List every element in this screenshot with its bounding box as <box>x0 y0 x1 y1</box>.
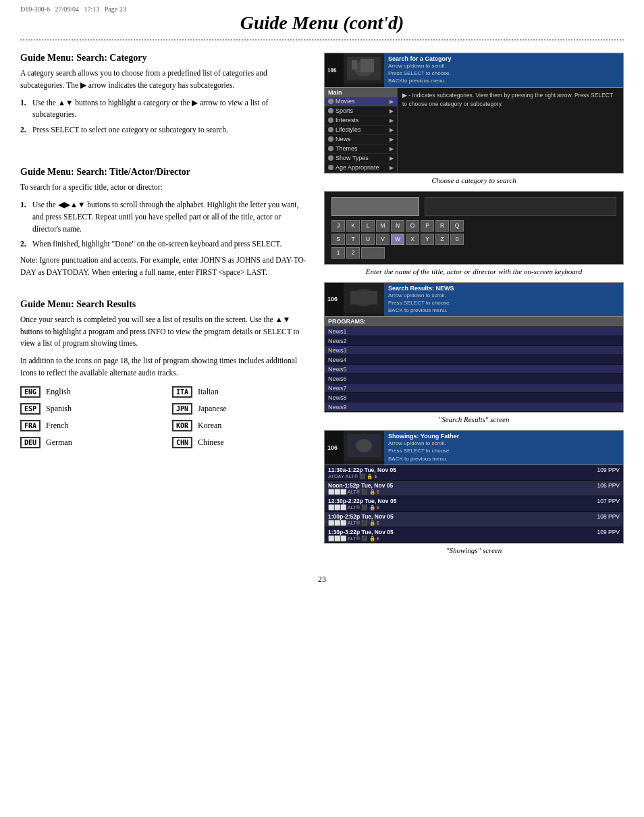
program-item[interactable]: News3 <box>325 346 623 355</box>
lang-label-ita: Italian <box>198 387 219 397</box>
lang-chinese: CHN Chinese <box>172 437 311 448</box>
category-steps: 1. Use the ▲▼ buttons to highlight a cat… <box>20 97 311 136</box>
cat-list-panel: Main Movies▶Sports▶Interests▶Lifestyles▶… <box>325 88 398 173</box>
showing-item[interactable]: 11:30a-1:22p Tue, Nov 05109 PPVATDAY ALT… <box>325 465 623 481</box>
cat-item[interactable]: Lifestyles▶ <box>325 126 397 135</box>
category-step-1: 1. Use the ▲▼ buttons to highlight a cat… <box>20 97 311 122</box>
kb-key[interactable]: Y <box>421 234 434 245</box>
results-caption: "Search Results" screen <box>324 415 624 423</box>
program-item[interactable]: News1 <box>325 327 623 336</box>
showing-item[interactable]: 1:00p-2:52p Tue, Nov 05108 PPV⬜⬜⬜ ALT® ⬛… <box>325 512 623 527</box>
category-screen-wrap: 106 Search for a Category <box>324 53 624 174</box>
kb-key-selected[interactable]: W <box>391 234 404 245</box>
lang-badge-kor: KOR <box>172 420 192 431</box>
showings-screen-thumb <box>344 431 384 460</box>
program-item[interactable]: News8 <box>325 393 623 402</box>
page-number: 23 <box>0 568 644 588</box>
lang-badge-eng: ENG <box>20 386 41 398</box>
section-title-actor: Guide Menu: Search: Title/Actor/Director… <box>20 167 311 279</box>
lang-label-chn: Chinese <box>198 438 224 448</box>
results-screen-ch: 106 <box>325 283 344 317</box>
keyboard-rows: J K L M N O P R Q S T <box>331 220 616 259</box>
lang-badge-chn: CHN <box>172 437 192 448</box>
kb-key[interactable]: V <box>376 234 390 245</box>
title-actor-steps: 1. Use the ◀▶▲▼ buttons to scroll throug… <box>20 199 311 251</box>
section-category: Guide Menu: Search: Category A category … <box>20 53 311 136</box>
kb-row-3: 1 2 <box>331 247 616 259</box>
cat-item[interactable]: Themes▶ <box>325 144 397 154</box>
showing-item[interactable]: 12:30p-2:22p Tue, Nov 05107 PPV⬜⬜⬜ ALT® … <box>325 496 623 512</box>
section-category-body: A category search allows you to choose f… <box>20 68 311 92</box>
category-step-2: 2. Press SELECT to select one category o… <box>20 124 311 136</box>
kb-key[interactable]: J <box>331 220 345 232</box>
kb-key[interactable]: Z <box>435 234 449 245</box>
results-screen-title-area: Search Results: NEWS Arrow up/down to sc… <box>384 283 623 317</box>
cat-list-header: Main <box>325 88 397 97</box>
lang-korean: KOR Korean <box>172 420 311 431</box>
kb-key[interactable]: 1 <box>331 247 345 259</box>
svg-rect-3 <box>352 60 357 70</box>
lang-english: ENG English <box>20 386 159 398</box>
kb-key[interactable]: U <box>361 234 375 245</box>
showings-screen-title: Showings: Young Father <box>388 433 619 440</box>
lang-badge-fra: FRA <box>20 420 41 431</box>
cat-item[interactable]: Sports▶ <box>325 107 397 116</box>
program-item[interactable]: News9 <box>325 402 623 412</box>
lang-french: FRA French <box>20 420 159 431</box>
showings-screen-title-area: Showings: Young Father Arrow up/down to … <box>384 431 623 465</box>
kb-key[interactable]: Q <box>450 220 464 232</box>
kb-key[interactable]: X <box>406 234 419 245</box>
program-item[interactable]: News2 <box>325 336 623 346</box>
results-screen-title: Search Results: NEWS <box>388 285 619 292</box>
lang-italian: ITA Italian <box>172 386 311 398</box>
keyboard-screen: J K L M N O P R Q S T <box>324 191 624 265</box>
kb-key[interactable]: O <box>406 220 419 232</box>
cat-items: Movies▶Sports▶Interests▶Lifestyles▶News▶… <box>325 97 397 173</box>
kb-key[interactable]: M <box>376 220 390 232</box>
program-item[interactable]: News6 <box>325 374 623 384</box>
cat-item[interactable]: Interests▶ <box>325 116 397 126</box>
lang-label-kor: Korean <box>198 421 221 431</box>
cat-screen-instructions: Arrow up/down to scroll. Press SELECT to… <box>388 62 619 85</box>
program-item[interactable]: News5 <box>325 365 623 374</box>
kb-space-key[interactable] <box>361 247 385 259</box>
section-results-body2: In addition to the icons on page 18, the… <box>20 355 311 379</box>
page-title: Guide Menu (cont'd) <box>20 12 624 34</box>
kb-key[interactable]: 2 <box>346 247 360 259</box>
kb-key[interactable]: K <box>346 220 360 232</box>
section-title-actor-title: Guide Menu: Search: Title/Actor/Director <box>20 167 311 178</box>
cat-item[interactable]: Age Appropriate▶ <box>325 163 397 173</box>
showings-screen-wrap: 106 Showings: Young Father Arrow up/down… <box>324 430 624 544</box>
cat-screen-thumb <box>344 53 384 83</box>
showings-screen-ch: 106 <box>325 431 344 465</box>
program-item[interactable]: News7 <box>325 384 623 393</box>
svg-rect-4 <box>360 59 374 72</box>
cat-item[interactable]: Movies▶ <box>325 97 397 107</box>
kb-key[interactable]: L <box>361 220 375 232</box>
kb-key[interactable]: 0 <box>450 234 464 245</box>
title-actor-step-1: 1. Use the ◀▶▲▼ buttons to scroll throug… <box>20 199 311 235</box>
showing-item[interactable]: 1:30p-3:22p Tue, Nov 05109 PPV⬜⬜⬜ ALT® ⬛… <box>325 527 623 543</box>
program-item[interactable]: News4 <box>325 355 623 365</box>
results-screen-thumb <box>344 283 384 313</box>
lang-badge-deu: DEU <box>20 437 41 448</box>
programs-header: PROGRAMS: <box>325 317 623 327</box>
kb-key[interactable]: S <box>331 234 345 245</box>
cat-item[interactable]: Show Types▶ <box>325 154 397 163</box>
kb-result-display <box>425 197 616 216</box>
kb-key[interactable]: N <box>391 220 404 232</box>
kb-key[interactable]: R <box>435 220 449 232</box>
svg-point-10 <box>356 439 372 452</box>
kb-key[interactable]: T <box>346 234 360 245</box>
showing-item[interactable]: Noon-1:52p Tue, Nov 05106 PPV⬜⬜⬜ ALT® ⬛ … <box>325 481 623 496</box>
kb-row-1: J K L M N O P R Q <box>331 220 616 232</box>
results-screen-wrap: 106 Search Results: NEWS Arrow up/down t… <box>324 282 624 413</box>
cat-item[interactable]: News▶ <box>325 135 397 144</box>
results-screen-instructions: Arrow up/down to scroll. Press SELECT to… <box>388 292 619 315</box>
keyboard-screen-wrap: J K L M N O P R Q S T <box>324 191 624 265</box>
language-table: ENG English ITA Italian ESP Spanish JPN … <box>20 386 311 448</box>
doc-meta: D10-300-6 27/09/04 17:13 Page 23 <box>20 5 126 13</box>
title-actor-note: Note: Ignore punctuation and accents. Fo… <box>20 255 311 279</box>
kb-key[interactable]: P <box>421 220 434 232</box>
kb-row-2: S T U V W X Y Z 0 <box>331 234 616 245</box>
